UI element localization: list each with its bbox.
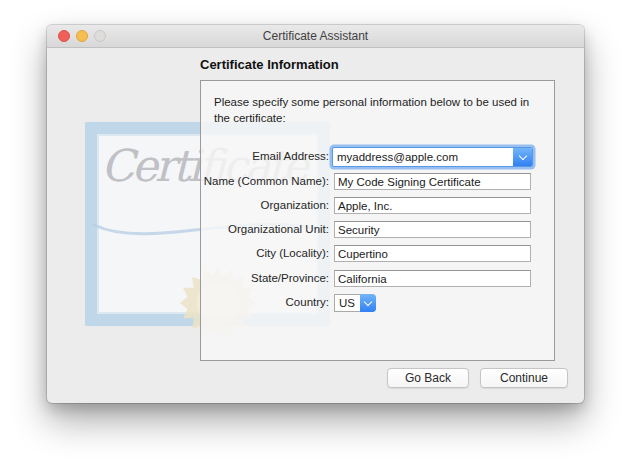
certificate-info-panel: Please specify some personal information… — [200, 80, 555, 361]
window-title: Certificate Assistant — [47, 25, 584, 47]
country-input[interactable] — [334, 294, 360, 312]
certificate-assistant-window: Certificate Assistant Certificate Inform… — [47, 25, 584, 403]
common-name-input[interactable] — [334, 173, 531, 190]
country-combobox[interactable] — [334, 294, 376, 312]
continue-button[interactable]: Continue — [480, 368, 568, 388]
intro-text: Please specify some personal information… — [214, 95, 546, 126]
email-address-label: Email Address: — [201, 150, 329, 162]
email-address-input[interactable] — [333, 148, 513, 166]
title-bar[interactable]: Certificate Assistant — [47, 25, 584, 48]
state-province-input[interactable] — [334, 270, 531, 287]
email-dropdown-button[interactable] — [513, 148, 532, 166]
organization-input[interactable] — [334, 197, 531, 214]
chevron-down-icon — [364, 297, 372, 305]
country-label: Country: — [201, 296, 329, 308]
organizational-unit-label: Organizational Unit: — [201, 223, 329, 235]
city-input[interactable] — [334, 245, 531, 262]
country-dropdown-button[interactable] — [360, 294, 376, 312]
common-name-label: Name (Common Name): — [201, 175, 329, 187]
chevron-down-icon — [518, 151, 526, 159]
state-province-label: State/Province: — [201, 272, 329, 284]
city-label: City (Locality): — [201, 247, 329, 259]
page-title: Certificate Information — [200, 57, 339, 72]
email-address-combobox[interactable] — [332, 147, 533, 167]
organization-label: Organization: — [201, 199, 329, 211]
go-back-button[interactable]: Go Back — [387, 368, 469, 388]
organizational-unit-input[interactable] — [334, 221, 531, 238]
